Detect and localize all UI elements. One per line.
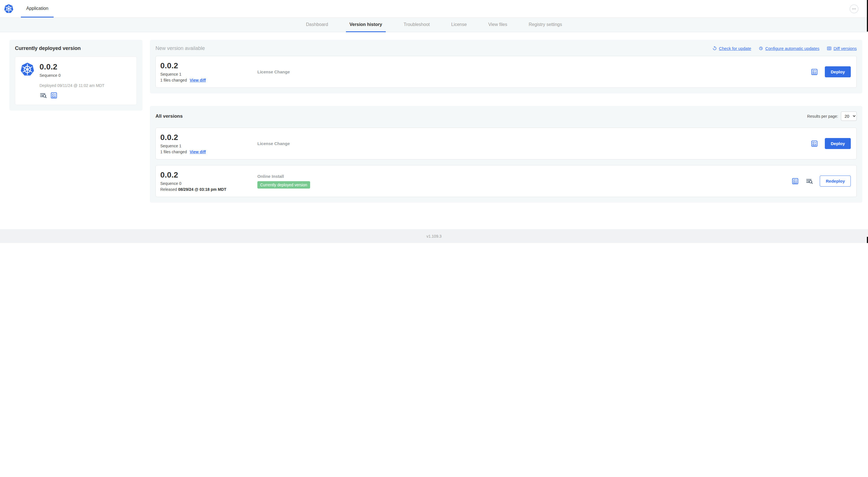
view-diff-link[interactable]: View diff [190, 78, 206, 82]
log-search-icon [806, 178, 813, 185]
version-number: 0.0.2 [160, 171, 257, 180]
released-date: 08/29/24 @ 03:18 pm MDT [178, 187, 226, 192]
version-row-actions: Redeploy [786, 176, 851, 186]
deployed-timestamp: Deployed 09/11/24 @ 11:02 am MDT [39, 83, 104, 88]
redeploy-button[interactable]: Redeploy [820, 176, 851, 186]
sequence-label: Sequence 1 [160, 144, 257, 148]
new-version-section: New version available Check for update C… [150, 40, 862, 93]
version-info: 0.0.2 Sequence 1 1 files changed View di… [160, 61, 257, 82]
ellipsis-icon [851, 6, 857, 11]
more-options-button[interactable] [850, 4, 859, 13]
version-actions-links: Check for update Configure automatic upd… [712, 46, 857, 51]
released-timestamp: Released08/29/24 @ 03:18 pm MDT [160, 187, 257, 192]
version-source-label: License Change [257, 141, 805, 146]
screen-edge-artifact-top [867, 0, 868, 32]
version-info: 0.0.2 Sequence 0 Released08/29/24 @ 03:1… [160, 171, 257, 192]
version-source: License Change [257, 141, 805, 146]
version-list: 0.0.2 Sequence 1 1 files changed View di… [155, 127, 857, 197]
checklist-icon [811, 140, 818, 147]
released-prefix: Released [160, 187, 177, 192]
page: Application Dashboard Version history Tr… [0, 0, 868, 243]
checklist-icon [792, 178, 799, 185]
tab-label: License [451, 22, 467, 27]
deploy-button[interactable]: Deploy [825, 66, 851, 77]
results-per-page: Results per page: 20 [807, 112, 857, 121]
currently-deployed-title: Currently deployed version [15, 46, 137, 51]
current-version-actions [39, 92, 104, 99]
log-search-icon [39, 92, 47, 99]
version-row: 0.0.2 Sequence 1 1 files changed View di… [155, 127, 857, 159]
kubernetes-app-icon [20, 62, 34, 77]
app-tab-label: Application [26, 6, 48, 11]
files-changed-row: 1 files changed View diff [160, 78, 257, 82]
tab-version-history[interactable]: Version history [346, 18, 386, 32]
version-source: License Change [257, 69, 805, 74]
version-number: 0.0.2 [39, 62, 104, 71]
tab-troubleshoot[interactable]: Troubleshoot [400, 18, 433, 32]
files-changed-label: 1 files changed [160, 78, 187, 82]
tab-license[interactable]: License [447, 18, 470, 32]
version-number: 0.0.2 [160, 133, 257, 142]
version-source: Online Install Currently deployed versio… [257, 174, 786, 188]
app-nav: Dashboard Version history Troubleshoot L… [0, 18, 868, 32]
sequence-label: Sequence 0 [160, 181, 257, 186]
screen-edge-artifact-bottom [867, 237, 868, 243]
deploy-logs-button[interactable] [806, 178, 813, 185]
version-source-label: Online Install [257, 174, 786, 179]
all-versions-section: All versions Results per page: 20 0.0.2 … [150, 106, 862, 203]
diff-versions-label: Diff versions [834, 46, 857, 51]
tab-registry-settings[interactable]: Registry settings [525, 18, 565, 32]
files-changed-row: 1 files changed View diff [160, 150, 257, 154]
files-changed-label: 1 files changed [160, 150, 187, 154]
version-source-label: License Change [257, 69, 805, 74]
app-footer: v1.109.3 [0, 229, 868, 243]
refresh-ccw-icon [712, 46, 717, 51]
checklist-icon [50, 92, 58, 99]
results-per-page-select[interactable]: 20 [841, 112, 857, 121]
top-bar: Application [0, 0, 868, 18]
deploy-button[interactable]: Deploy [825, 138, 851, 149]
check-for-update-link[interactable]: Check for update [712, 46, 751, 51]
tab-label: Registry settings [529, 22, 562, 27]
clock-icon [758, 46, 763, 51]
kubernetes-logo-icon [4, 0, 13, 18]
preflight-checks-button[interactable] [811, 140, 818, 147]
currently-deployed-badge: Currently deployed version [257, 181, 310, 188]
main-content: Currently deployed version 0.0.2 Sequenc… [0, 32, 868, 229]
sequence-label: Sequence 1 [160, 72, 257, 77]
preflight-checks-button[interactable] [792, 178, 799, 185]
new-version-title: New version available [155, 46, 205, 51]
console-version-label: v1.109.3 [426, 234, 442, 239]
current-version-card: 0.0.2 Sequence 0 Deployed 09/11/24 @ 11:… [15, 56, 137, 105]
configure-automatic-updates-label: Configure automatic updates [765, 46, 819, 51]
versions-column: New version available Check for update C… [150, 40, 862, 203]
current-version-details: 0.0.2 Sequence 0 Deployed 09/11/24 @ 11:… [39, 62, 104, 99]
sequence-label: Sequence 0 [39, 73, 104, 78]
view-diff-link[interactable]: View diff [190, 150, 206, 154]
preflight-checks-button[interactable] [50, 92, 58, 99]
check-for-update-label: Check for update [719, 46, 751, 51]
currently-deployed-column: Currently deployed version 0.0.2 Sequenc… [9, 40, 143, 111]
version-row-actions: Deploy [805, 66, 851, 77]
checklist-icon [811, 68, 818, 76]
tab-dashboard[interactable]: Dashboard [302, 18, 332, 32]
new-version-header: New version available Check for update C… [155, 46, 857, 51]
tab-label: Troubleshoot [404, 22, 430, 27]
deploy-logs-button[interactable] [39, 92, 47, 99]
app-tab[interactable]: Application [21, 0, 54, 18]
version-row-actions: Deploy [805, 138, 851, 149]
configure-automatic-updates-link[interactable]: Configure automatic updates [758, 46, 819, 51]
version-number: 0.0.2 [160, 61, 257, 70]
tab-label: Version history [350, 22, 382, 27]
tab-view-files[interactable]: View files [485, 18, 511, 32]
version-info: 0.0.2 Sequence 1 1 files changed View di… [160, 133, 257, 154]
tab-label: View files [488, 22, 507, 27]
currently-deployed-section: Currently deployed version 0.0.2 Sequenc… [9, 40, 143, 111]
all-versions-header: All versions Results per page: 20 [155, 112, 857, 121]
version-row: 0.0.2 Sequence 0 Released08/29/24 @ 03:1… [155, 165, 857, 197]
tab-label: Dashboard [306, 22, 328, 27]
all-versions-title: All versions [155, 114, 183, 119]
diff-versions-link[interactable]: Diff versions [827, 46, 857, 51]
diff-table-icon [827, 46, 832, 51]
preflight-checks-button[interactable] [811, 68, 818, 76]
